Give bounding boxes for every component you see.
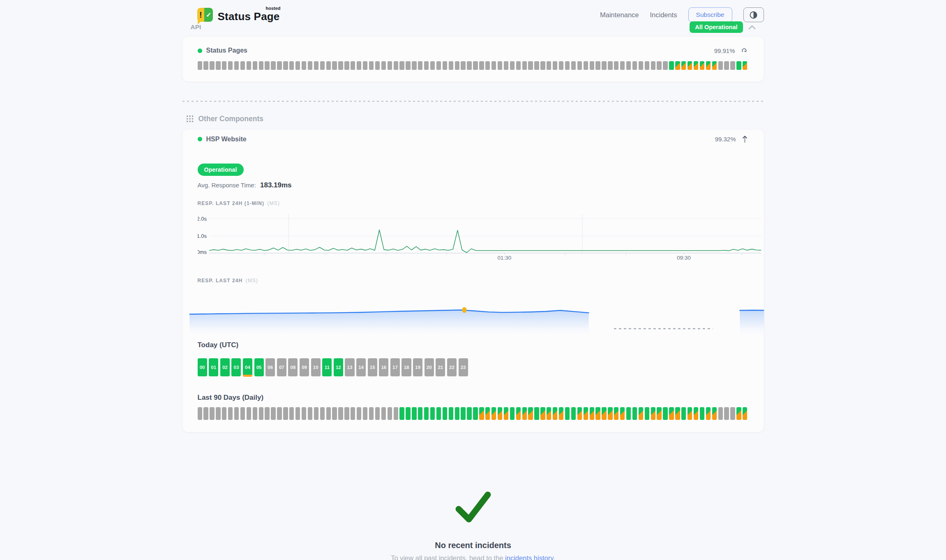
hour-block-20: 20: [425, 358, 434, 376]
response-time-area-chart: [189, 286, 764, 334]
uptime-bar: [669, 407, 674, 420]
hour-block-12: 12: [334, 358, 343, 376]
chevron-up-icon: [748, 25, 756, 30]
svg-text:01:30: 01:30: [497, 255, 511, 261]
uptime-bar: [663, 407, 667, 420]
uptime-bar: [394, 61, 398, 70]
uptime-bar: [418, 61, 422, 70]
uptime-bar: [510, 407, 515, 420]
logo-check: ✓: [204, 8, 213, 22]
uptime-bar: [271, 407, 275, 420]
uptime-bar: [338, 61, 343, 70]
hour-label: 04: [245, 365, 250, 370]
uptime-bar: [553, 407, 557, 420]
uptime-bar: [203, 61, 208, 70]
uptime-bar: [289, 407, 294, 420]
incidents-history-link[interactable]: incidents history: [505, 554, 553, 560]
uptime-bar: [614, 407, 618, 420]
hour-label: 22: [449, 365, 455, 370]
uptime-bar: [688, 61, 692, 70]
uptime-bar: [639, 407, 643, 420]
uptime-bar: [577, 407, 582, 420]
uptime-bar: [240, 61, 245, 70]
uptime-bar: [320, 61, 325, 70]
collapse-section-button[interactable]: [748, 25, 756, 30]
uptime-bar: [394, 407, 398, 420]
overall-status-badge[interactable]: All Operational: [690, 21, 743, 33]
uptime-bar: [259, 61, 263, 70]
uptime-bar: [363, 407, 367, 420]
component-row: HSP Website 99.32%: [198, 136, 748, 143]
big-checkmark-icon: [452, 490, 494, 523]
hour-block-14: 14: [356, 358, 366, 376]
status-pages-card: Status Pages 99.91%: [182, 37, 764, 82]
hour-block-07: 07: [277, 358, 286, 376]
hour-block-03: 03: [231, 358, 241, 376]
uptime-bar: [626, 61, 631, 70]
uptime-bar: [240, 407, 245, 420]
uptime-bar: [406, 61, 410, 70]
uptime-bar: [357, 61, 361, 70]
uptime-bar: [283, 61, 288, 70]
operational-status-badge: Operational: [198, 164, 244, 176]
refresh-icon: [741, 48, 748, 54]
avg-response-label: Avg. Response Time:: [198, 182, 256, 189]
uptime-bar: [657, 61, 661, 70]
uptime-bar: [320, 407, 325, 420]
today-hour-blocks: 0001020304050607080910111213141516171819…: [198, 358, 468, 376]
brand-name: Status Page: [218, 10, 280, 23]
uptime-bar: [491, 407, 496, 420]
uptime-bar: [688, 407, 692, 420]
hour-block-02: 02: [220, 358, 230, 376]
hour-label: 00: [200, 365, 205, 370]
uptime-bar: [369, 407, 374, 420]
hour-label: 09: [302, 365, 307, 370]
uptime-bar: [326, 61, 331, 70]
uptime-bar: [216, 61, 220, 70]
other-components-title: Other Components: [198, 115, 263, 123]
uptime-bar: [565, 61, 570, 70]
hour-block-09: 09: [300, 358, 309, 376]
uptime-bar: [669, 61, 674, 70]
uptime-bar: [412, 407, 416, 420]
hour-label: 06: [268, 365, 273, 370]
brand-logo[interactable]: ! ✓ hosted Status Page: [197, 7, 280, 23]
uptime-bar: [681, 61, 686, 70]
other-components-head: Other Components: [182, 115, 764, 123]
uptime-bar: [338, 407, 343, 420]
uptime-bar: [399, 407, 404, 420]
component-name: HSP Website: [206, 136, 247, 143]
uptime-bar: [412, 61, 416, 70]
uptime-bar: [657, 407, 661, 420]
uptime-bar: [289, 61, 294, 70]
chart2-unit: (MS): [246, 278, 258, 283]
uptime-bar: [467, 407, 471, 420]
uptime-bar: [651, 407, 655, 420]
uptime-bar: [675, 61, 680, 70]
theme-toggle-button[interactable]: [743, 7, 764, 22]
last-90-days-title: Last 90 Days (Daily): [198, 394, 748, 402]
hour-block-05: 05: [254, 358, 264, 376]
uptime-bar: [516, 61, 521, 70]
nav-incidents[interactable]: Incidents: [650, 11, 677, 19]
uptime-bar: [295, 407, 300, 420]
uptime-bar: [314, 407, 318, 420]
nav-maintenance[interactable]: Maintenance: [600, 11, 639, 19]
hour-block-10: 10: [311, 358, 321, 376]
hour-block-23: 23: [459, 358, 468, 376]
uptime-bar: [651, 61, 655, 70]
uptime-bar: [375, 407, 380, 420]
subtitle-suffix: .: [553, 554, 555, 560]
refresh-button[interactable]: [741, 48, 748, 54]
hour-block-00: 00: [198, 358, 207, 376]
uptime-bar: [498, 61, 502, 70]
subscribe-button[interactable]: Subscribe: [688, 7, 732, 22]
chart1-label: RESP. LAST 24H (1-MIN) (MS): [198, 200, 748, 206]
uptime-bar: [632, 407, 637, 420]
brand-logo-icon: ! ✓: [197, 8, 213, 22]
uptime-bar: [608, 61, 612, 70]
uptime-bar: [577, 61, 582, 70]
uptime-bar: [559, 61, 563, 70]
uptime-bar: [620, 407, 625, 420]
hour-block-17: 17: [390, 358, 400, 376]
